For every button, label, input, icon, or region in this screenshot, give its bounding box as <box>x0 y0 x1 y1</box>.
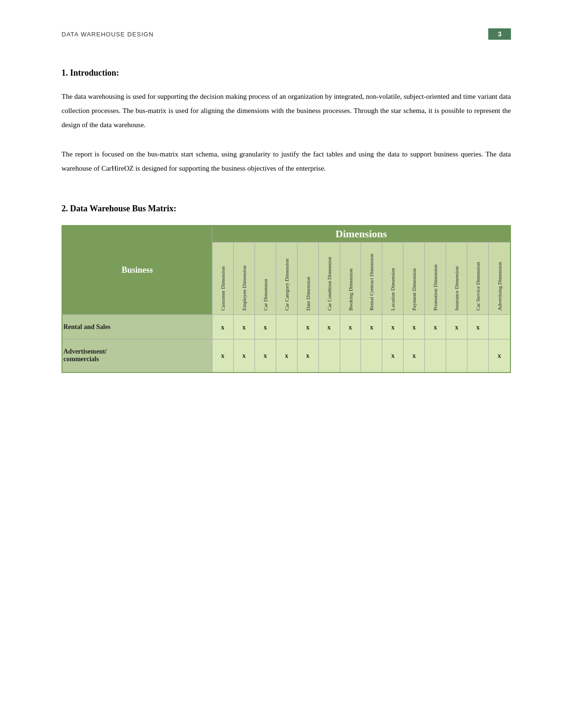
dim-col-2: Employee Dimension <box>233 243 255 315</box>
bus-matrix-heading: 2. Data Warehouse Bus Matrix: <box>62 204 511 214</box>
rs-d12: x <box>446 315 467 339</box>
advertisement-label: Advertisement/commercials <box>62 339 212 373</box>
rs-d1: x <box>212 315 233 339</box>
dim-col-5: Date Dimension <box>297 243 318 315</box>
rs-d5: x <box>297 315 318 339</box>
introduction-section: 1. Introduction: The data warehousing is… <box>62 68 511 175</box>
rs-d10: x <box>404 315 425 339</box>
bus-matrix-section: 2. Data Warehouse Bus Matrix: Business D… <box>62 204 511 373</box>
dim-col-1: Customer Dimension <box>212 243 233 315</box>
ad-d8 <box>361 339 382 373</box>
dim-col-14: Advertising Dimension <box>489 243 510 315</box>
ad-d1: x <box>212 339 233 373</box>
rental-sales-row: Rental and Sales x x x x x x x x x x x x <box>62 315 510 339</box>
ad-d3: x <box>255 339 276 373</box>
intro-paragraph-1: The data warehousing is used for support… <box>62 89 511 132</box>
intro-paragraph-2: The report is focused on the bus-matrix … <box>62 147 511 175</box>
rs-d8: x <box>361 315 382 339</box>
rental-sales-label: Rental and Sales <box>62 315 212 339</box>
ad-d5: x <box>297 339 318 373</box>
rs-d14 <box>489 315 510 339</box>
ad-d9: x <box>382 339 404 373</box>
dim-col-13: Car Service Dimension <box>467 243 489 315</box>
intro-heading: 1. Introduction: <box>62 68 511 78</box>
dim-col-6: Car Condition Dimension <box>318 243 340 315</box>
ad-d7 <box>340 339 361 373</box>
rs-d9: x <box>382 315 404 339</box>
page-header: DATA WAREHOUSE DESIGN 3 <box>62 28 511 40</box>
rs-d3: x <box>255 315 276 339</box>
rs-d2: x <box>233 315 255 339</box>
dim-col-3: Car Dimension <box>255 243 276 315</box>
document-title: DATA WAREHOUSE DESIGN <box>62 31 154 38</box>
business-header: Business <box>62 225 212 315</box>
ad-d10: x <box>404 339 425 373</box>
header-row: Business Dimensions <box>62 225 510 243</box>
ad-d11 <box>425 339 446 373</box>
dim-col-4: Car Category Dimension <box>276 243 297 315</box>
dim-col-12: Insurance Dimension <box>446 243 467 315</box>
page-number: 3 <box>488 28 511 40</box>
ad-d14: x <box>489 339 510 373</box>
ad-d6 <box>318 339 340 373</box>
rs-d11: x <box>425 315 446 339</box>
dim-col-7: Booking Dimension <box>340 243 361 315</box>
dim-col-11: Promotion Dimension <box>425 243 446 315</box>
dim-col-10: Payment Dimension <box>404 243 425 315</box>
ad-d4: x <box>276 339 297 373</box>
ad-d2: x <box>233 339 255 373</box>
rs-d13: x <box>467 315 489 339</box>
dimensions-header: Dimensions <box>212 225 510 243</box>
rs-d4 <box>276 315 297 339</box>
rs-d7: x <box>340 315 361 339</box>
advertisement-row: Advertisement/commercials x x x x x x x … <box>62 339 510 373</box>
ad-d12 <box>446 339 467 373</box>
dim-col-8: Rental Contract Dimension <box>361 243 382 315</box>
bus-matrix-table: Business Dimensions Customer Dimension E… <box>62 225 511 373</box>
page: DATA WAREHOUSE DESIGN 3 1. Introduction:… <box>0 0 563 728</box>
rs-d6: x <box>318 315 340 339</box>
dim-col-9: Location Dimension <box>382 243 404 315</box>
ad-d13 <box>467 339 489 373</box>
